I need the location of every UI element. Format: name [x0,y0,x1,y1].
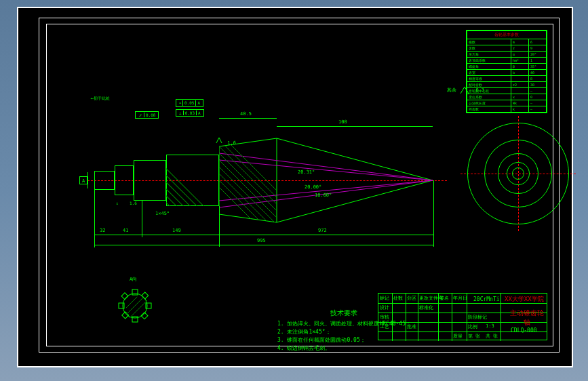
tangent-note: ⟵切于此处 [91,96,110,102]
drawing-number: CDLQ-000 [511,327,537,334]
dim-b3: 149 [172,228,181,233]
tech-req-item: 4. 锐边倒钝去毛刺。 [277,344,411,353]
chamfer: 1×45° [155,211,170,216]
svg-line-5 [277,180,433,222]
cad-viewport[interactable]: 齿轮基本参数 模数m6 齿数z9 压力角α20° 齿顶高系数ha*1 螺旋角β3… [17,7,573,367]
dim-line [219,118,277,119]
datum-a: A [79,176,87,184]
dim-top-1: 40.5 [240,111,252,117]
surface-finish-general: 其余 6.3 [447,85,484,95]
dim-top-2: 100 [338,119,347,125]
drawing-border: 齿轮基本参数 模数m6 齿数z9 压力角α20° 齿顶高系数ha*1 螺旋角β3… [39,18,560,353]
svg-rect-24 [146,303,151,308]
bevel-gear-cone [219,133,443,228]
shaft-segment-3 [134,160,166,201]
angle-lower-out: 18.60° [315,193,332,198]
tolerance-frame-3: ⫽0.08 [135,111,159,119]
spline-section-view: A向 [115,285,155,326]
shaft-segment-1 [94,171,115,190]
hatch-section [166,155,219,206]
param-table-title: 齿轮基本参数 [467,31,547,39]
svg-line-8 [219,153,433,180]
main-side-view: 20.31° 20.00° 18.60° 40.5 100 ⌖0.05A ⟂0.… [94,119,440,241]
spline-label: A向 [130,276,137,283]
angle-lower-in: 20.00° [305,184,321,190]
title-block: 标记 处数 分区 更改文件号 签名 年月日 设计 标准化 审核 工艺 批准 20… [378,293,547,340]
circle-inner [512,167,524,180]
tolerance-frame-1: ⌖0.05A [176,99,203,107]
part-name: 主动锥齿轮轴 [507,308,547,327]
surface-finish-symbol: 1.6 [215,136,236,146]
svg-line-6 [219,160,433,180]
end-view [467,123,569,224]
dim-b1: 32 [100,228,105,233]
dim-b4: 972 [318,228,327,233]
school-name: XX大学XX学院 [505,295,544,304]
dim-line [277,126,433,127]
drawing-inner-border: 齿轮基本参数 模数m6 齿数z9 压力角α20° 齿顶高系数ha*1 螺旋角β3… [46,24,553,346]
dim-b2: 41 [123,228,128,233]
material: 20CrMnTi [473,296,500,302]
svg-rect-23 [119,303,124,308]
parameter-table: 齿轮基本参数 模数m6 齿数z9 压力角α20° 齿顶高系数ha*1 螺旋角β3… [466,30,547,113]
angle-upper: 20.31° [298,169,315,175]
dim-total: 995 [257,238,266,243]
svg-rect-22 [132,317,138,322]
svg-rect-21 [132,289,138,295]
tolerance-frame-2: ⟂0.03A [176,109,204,117]
shaft-segment-2 [115,165,134,195]
